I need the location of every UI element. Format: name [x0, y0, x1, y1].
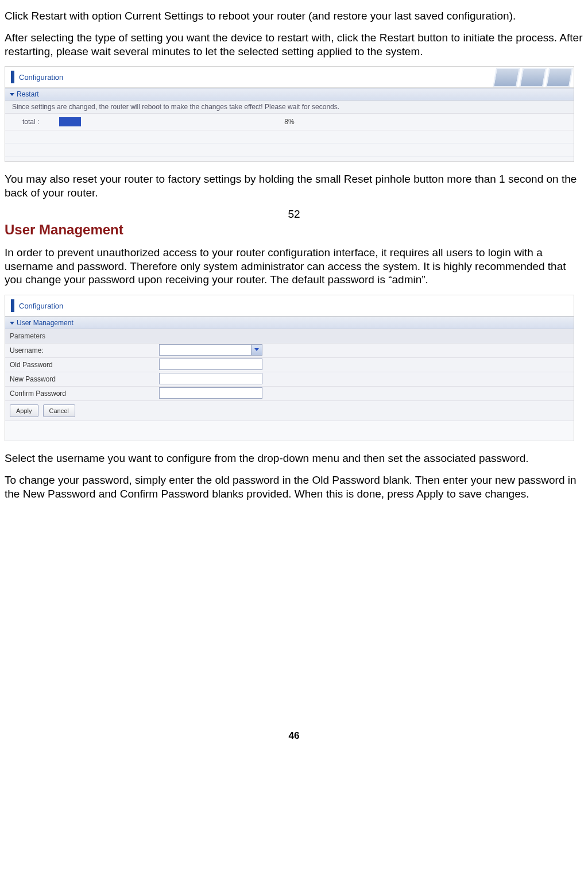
username-label: Username:	[10, 346, 159, 354]
old-password-label: Old Password	[10, 361, 159, 369]
username-select[interactable]	[159, 344, 262, 356]
restart-section-label: Restart	[17, 90, 39, 98]
user-mgmt-section-label: User Management	[17, 319, 74, 327]
confirm-password-input[interactable]	[159, 387, 262, 399]
restart-info-text: Since settings are changed, the router w…	[5, 101, 574, 114]
progress-percent: 8%	[12, 118, 567, 126]
parameters-subheader: Parameters	[5, 329, 574, 344]
screenshot-restart: Configuration Restart Since settings are…	[5, 66, 574, 162]
chevron-down-icon	[10, 93, 14, 96]
new-password-label: New Password	[10, 375, 159, 383]
mid-page-number: 52	[5, 208, 583, 221]
config-title: Configuration	[19, 73, 63, 82]
chevron-down-icon	[10, 322, 14, 325]
restart-section-bar: Restart	[5, 88, 574, 101]
page-number: 46	[5, 730, 583, 742]
paragraph-restart-process: After selecting the type of setting you …	[5, 31, 583, 59]
cancel-button[interactable]: Cancel	[43, 404, 75, 417]
paragraph-restart-option: Click Restart with option Current Settin…	[5, 9, 583, 23]
config-title-2: Configuration	[19, 302, 63, 310]
paragraph-factory-reset: You may also reset your router to factor…	[5, 172, 583, 200]
apply-button[interactable]: Apply	[10, 404, 38, 417]
row-confirm-password: Confirm Password	[5, 387, 574, 401]
user-mgmt-section-bar: User Management	[5, 317, 574, 329]
paragraph-user-mgmt-intro: In order to prevent unauthorized access …	[5, 246, 583, 287]
paragraph-select-username: Select the username you want to configur…	[5, 452, 583, 465]
parameters-label: Parameters	[10, 332, 45, 340]
paragraph-change-password: To change your password, simply enter th…	[5, 473, 583, 501]
row-new-password: New Password	[5, 372, 574, 387]
confirm-password-label: Confirm Password	[10, 390, 159, 398]
header-art	[474, 67, 574, 87]
row-old-password: Old Password	[5, 358, 574, 372]
config-header-2: Configuration	[5, 295, 574, 317]
restart-progress-row: total : 8%	[5, 114, 574, 130]
config-header: Configuration	[5, 67, 574, 88]
blank-rows	[5, 130, 574, 161]
row-username: Username:	[5, 344, 574, 358]
dropdown-arrow-icon[interactable]	[251, 345, 262, 355]
old-password-input[interactable]	[159, 358, 262, 370]
blank-rows-2	[5, 421, 574, 441]
header-accent-bar	[11, 71, 14, 83]
user-management-heading: User Management	[5, 222, 583, 238]
header-accent-bar-2	[11, 299, 14, 312]
new-password-input[interactable]	[159, 373, 262, 384]
button-row: Apply Cancel	[5, 401, 574, 421]
screenshot-user-management: Configuration User Management Parameters…	[5, 295, 574, 441]
